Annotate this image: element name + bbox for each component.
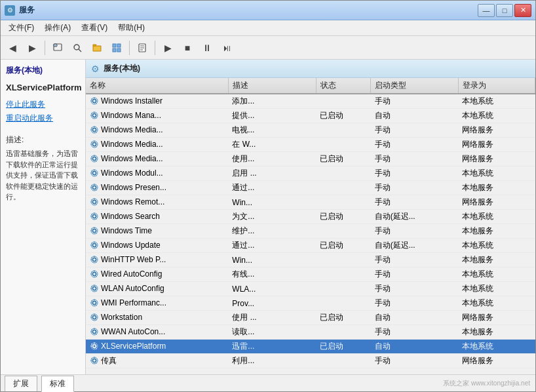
service-login-cell: 网络服务 bbox=[458, 123, 535, 138]
services-table-container[interactable]: 名称 描述 状态 启动类型 登录为 Windows Installer添加...… bbox=[86, 78, 535, 374]
service-startup-cell: 手动 bbox=[371, 138, 459, 152]
menu-file[interactable]: 文件(F) bbox=[3, 21, 39, 35]
search-button[interactable] bbox=[68, 39, 86, 56]
service-name-cell: Windows Update bbox=[86, 239, 228, 253]
close-button[interactable]: ✕ bbox=[514, 4, 531, 17]
table-row[interactable]: Windows Installer添加...手动本地系统 bbox=[86, 94, 535, 109]
folder-button[interactable] bbox=[88, 39, 106, 56]
service-login-cell: 本地系统 bbox=[458, 210, 535, 224]
maximize-button[interactable]: □ bbox=[496, 4, 513, 17]
service-status-cell: 已启动 bbox=[316, 210, 371, 224]
service-name-cell: WinHTTP Web P... bbox=[86, 253, 228, 267]
service-description: 迅雷基础服务，为迅雷下载软件的正常运行提供支持，保证迅雷下载软件能更稳定快速的运… bbox=[6, 148, 80, 203]
svg-point-26 bbox=[93, 157, 96, 160]
stop-button[interactable]: ■ bbox=[178, 39, 197, 56]
menu-action[interactable]: 操作(A) bbox=[39, 21, 76, 35]
stop-service-link[interactable]: 停止此服务 bbox=[6, 99, 80, 110]
service-gear-icon bbox=[90, 313, 99, 322]
service-name-cell: WLAN AutoConfig bbox=[86, 282, 228, 296]
up-button[interactable] bbox=[48, 39, 67, 56]
resume-button[interactable]: ⏯ bbox=[218, 39, 236, 56]
service-name-cell: Windows Media... bbox=[86, 152, 228, 167]
col-header-status[interactable]: 状态 bbox=[316, 78, 371, 94]
svg-point-62 bbox=[93, 330, 96, 333]
svg-line-3 bbox=[79, 49, 81, 52]
table-row[interactable]: Windows Search为文...已启动自动(延迟...本地系统 bbox=[86, 210, 535, 224]
service-login-cell: 网络服务 bbox=[458, 195, 535, 210]
right-panel: ⚙ 服务(本地) 名称 描述 状态 启动类型 登录为 bbox=[86, 60, 535, 374]
service-desc-cell: 利用... bbox=[228, 354, 316, 368]
svg-point-2 bbox=[74, 45, 79, 50]
service-gear-icon bbox=[90, 197, 99, 206]
col-header-desc[interactable]: 描述 bbox=[228, 78, 316, 94]
table-row[interactable]: 传真利用...手动网络服务 bbox=[86, 354, 535, 368]
service-desc-cell: Win... bbox=[228, 253, 316, 267]
service-login-cell: 本地系统 bbox=[458, 167, 535, 181]
table-row[interactable]: WinHTTP Web P...Win...手动本地服务 bbox=[86, 253, 535, 267]
service-gear-icon bbox=[90, 212, 99, 221]
services-table: 名称 描述 状态 启动类型 登录为 Windows Installer添加...… bbox=[86, 78, 535, 368]
service-status-cell bbox=[316, 138, 371, 152]
service-login-cell: 网络服务 bbox=[458, 152, 535, 167]
service-login-cell: 本地系统 bbox=[458, 239, 535, 253]
table-row[interactable]: XLServicePlatform迅雷...已启动自动本地系统 bbox=[86, 340, 535, 354]
service-desc-cell: 维护... bbox=[228, 224, 316, 239]
table-row[interactable]: Windows Remot...Win...手动网络服务 bbox=[86, 195, 535, 210]
forward-button[interactable]: ▶ bbox=[23, 39, 41, 56]
menu-bar: 文件(F) 操作(A) 查看(V) 帮助(H) bbox=[1, 20, 535, 36]
menu-help[interactable]: 帮助(H) bbox=[113, 21, 150, 35]
service-login-cell: 网络服务 bbox=[458, 311, 535, 325]
tab-standard[interactable]: 标准 bbox=[41, 376, 74, 392]
service-login-cell: 本地服务 bbox=[458, 325, 535, 340]
table-row[interactable]: Windows Time维护...手动本地服务 bbox=[86, 224, 535, 239]
svg-point-68 bbox=[93, 359, 96, 362]
svg-point-23 bbox=[93, 143, 96, 146]
table-row[interactable]: Windows Modul...启用 ...手动本地系统 bbox=[86, 167, 535, 181]
col-header-name[interactable]: 名称 bbox=[86, 78, 228, 94]
table-row[interactable]: Windows Media...使用...已启动手动网络服务 bbox=[86, 152, 535, 167]
service-name-cell: Wired AutoConfig bbox=[86, 267, 228, 282]
table-row[interactable]: WLAN AutoConfigWLA...手动本地系统 bbox=[86, 282, 535, 296]
title-bar: ⚙ 服务 — □ ✕ bbox=[1, 1, 535, 20]
service-gear-icon bbox=[90, 327, 99, 336]
service-desc-cell: Prov... bbox=[228, 296, 316, 311]
menu-view[interactable]: 查看(V) bbox=[76, 21, 113, 35]
table-row[interactable]: Windows Mana...提供...已启动自动本地系统 bbox=[86, 109, 535, 123]
svg-rect-6 bbox=[113, 49, 116, 52]
table-row[interactable]: Windows Media...在 W...手动网络服务 bbox=[86, 138, 535, 152]
col-header-startup[interactable]: 启动类型 bbox=[371, 78, 459, 94]
restart-service-link[interactable]: 重启动此服务 bbox=[6, 113, 80, 124]
service-desc-cell: 使用 ... bbox=[228, 311, 316, 325]
service-desc-cell: 通过... bbox=[228, 239, 316, 253]
service-status-cell: 已启动 bbox=[316, 152, 371, 167]
service-desc-cell: 读取... bbox=[228, 325, 316, 340]
col-header-login[interactable]: 登录为 bbox=[458, 78, 535, 94]
desc-label: 描述: bbox=[6, 134, 80, 146]
service-login-cell: 本地系统 bbox=[458, 282, 535, 296]
tab-extend[interactable]: 扩展 bbox=[5, 376, 37, 391]
table-row[interactable]: Windows Presen...通过...手动本地服务 bbox=[86, 181, 535, 195]
play-button[interactable]: ▶ bbox=[159, 39, 177, 56]
service-gear-icon bbox=[90, 284, 99, 293]
back-button[interactable]: ◀ bbox=[3, 39, 22, 56]
service-name-cell: 传真 bbox=[86, 354, 228, 368]
minimize-button[interactable]: — bbox=[478, 4, 495, 17]
pause-button[interactable]: ⏸ bbox=[198, 39, 216, 56]
service-login-cell: 本地系统 bbox=[458, 267, 535, 282]
table-row[interactable]: Windows Media...电视...手动网络服务 bbox=[86, 123, 535, 138]
svg-point-47 bbox=[93, 258, 96, 261]
properties-button[interactable] bbox=[133, 39, 151, 56]
svg-point-20 bbox=[93, 128, 96, 131]
table-row[interactable]: Wired AutoConfig有线...手动本地系统 bbox=[86, 267, 535, 282]
table-row[interactable]: WWAN AutoCon...读取...手动本地服务 bbox=[86, 325, 535, 340]
table-row[interactable]: WMI Performanc...Prov...手动本地系统 bbox=[86, 296, 535, 311]
table-row[interactable]: Windows Update通过...已启动自动(延迟...本地系统 bbox=[86, 239, 535, 253]
service-startup-cell: 手动 bbox=[371, 195, 459, 210]
right-panel-header: ⚙ 服务(本地) bbox=[86, 60, 535, 78]
service-desc-cell: 添加... bbox=[228, 94, 316, 109]
svg-point-32 bbox=[93, 186, 96, 189]
service-startup-cell: 手动 bbox=[371, 325, 459, 340]
view-button[interactable] bbox=[107, 39, 126, 56]
table-row[interactable]: Workstation使用 ...已启动自动网络服务 bbox=[86, 311, 535, 325]
service-name-cell: WWAN AutoCon... bbox=[86, 325, 228, 340]
